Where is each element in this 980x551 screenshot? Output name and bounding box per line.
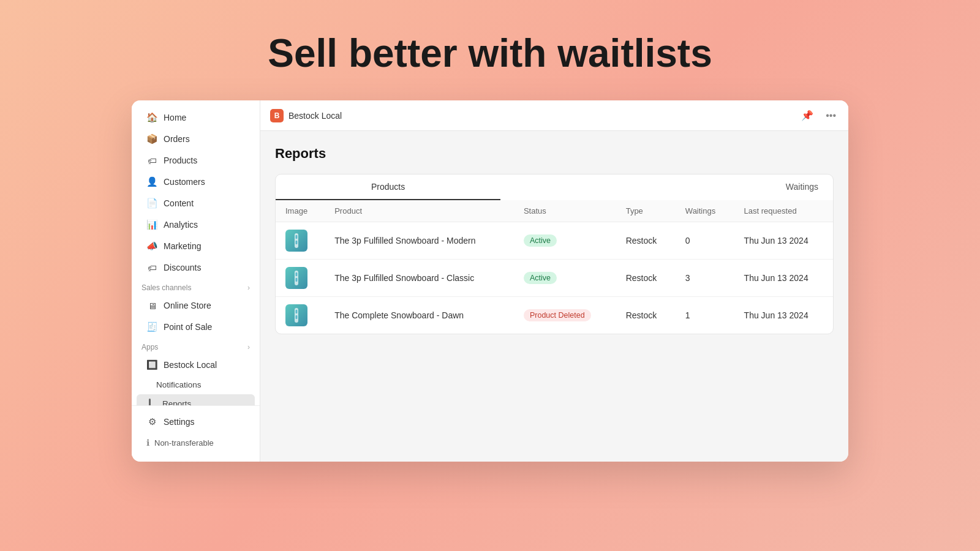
chevron-right-icon: › (247, 283, 250, 292)
home-icon: 🏠 (146, 112, 157, 123)
cell-status: Product Deleted (514, 297, 616, 334)
status-badge: Active (524, 234, 557, 247)
cell-last-requested: Thu Jun 13 2024 (734, 297, 833, 334)
svg-rect-8 (296, 315, 298, 319)
non-transferable-badge: ℹ Non-transferable (137, 433, 255, 452)
product-thumbnail (285, 267, 307, 289)
marketing-icon: 📣 (146, 241, 157, 252)
sidebar-sub-reports[interactable]: Reports (137, 394, 255, 405)
sidebar-item-content[interactable]: 📄 Content (137, 193, 255, 214)
svg-rect-5 (296, 278, 298, 282)
cell-type: Restock (616, 260, 676, 297)
hero-title: Sell better with waitlists (268, 31, 712, 76)
cell-product: The Complete Snowboard - Dawn (325, 297, 514, 334)
orders-icon: 📦 (146, 133, 157, 144)
tab-products[interactable]: Products (276, 174, 500, 200)
table-row[interactable]: The 3p Fulfilled Snowboard - ModernActiv… (276, 222, 833, 260)
topbar-left: B Bestock Local (270, 109, 342, 122)
status-badge: Active (524, 272, 557, 284)
app-window: 🏠 Home 📦 Orders 🏷 Products 👤 Customers 📄… (132, 100, 848, 462)
notifications-label: Notifications (156, 380, 202, 389)
sidebar-item-marketing[interactable]: 📣 Marketing (137, 236, 255, 257)
col-last-requested: Last requested (734, 200, 833, 222)
sidebar-item-point-of-sale[interactable]: 🧾 Point of Sale (137, 317, 255, 337)
app-logo: B (270, 109, 284, 122)
cell-status: Active (514, 222, 616, 260)
sidebar-item-label: Orders (164, 134, 190, 144)
pin-icon[interactable]: 📌 (799, 107, 816, 124)
cell-image (276, 297, 325, 334)
cell-waitings: 0 (676, 222, 734, 260)
cell-product: The 3p Fulfilled Snowboard - Classic (325, 260, 514, 297)
discounts-icon: 🏷 (146, 262, 157, 273)
cell-status: Active (514, 260, 616, 297)
page-title: Reports (275, 146, 834, 162)
svg-rect-4 (296, 272, 298, 276)
bestock-local-icon: 🔲 (146, 359, 157, 370)
analytics-icon: 📊 (146, 219, 157, 230)
sidebar-item-label: Products (164, 156, 197, 165)
cell-waitings: 3 (676, 260, 734, 297)
table-row[interactable]: The Complete Snowboard - DawnProduct Del… (276, 297, 833, 334)
col-type: Type (616, 200, 676, 222)
sales-channels-label: Sales channels (141, 283, 191, 292)
online-store-icon: 🖥 (146, 300, 157, 311)
sidebar-item-orders[interactable]: 📦 Orders (137, 129, 255, 149)
sidebar-item-home[interactable]: 🏠 Home (137, 107, 255, 128)
cell-type: Restock (616, 297, 676, 334)
app-name-label: Bestock Local (288, 111, 342, 121)
apps-label: Apps (141, 343, 158, 351)
info-icon: ℹ (146, 438, 149, 448)
more-icon[interactable]: ••• (823, 108, 839, 124)
sidebar-item-analytics[interactable]: 📊 Analytics (137, 214, 255, 235)
cell-last-requested: Thu Jun 13 2024 (734, 260, 833, 297)
sidebar-item-label: Home (164, 113, 186, 122)
apps-section: Apps › (132, 338, 260, 354)
page-body: Reports Products Waitings Image Product … (260, 131, 848, 462)
sidebar-item-discounts[interactable]: 🏷 Discounts (137, 257, 255, 278)
product-thumbnail (285, 230, 307, 252)
main-content: B Bestock Local 📌 ••• Reports Products W… (260, 100, 848, 462)
sidebar-item-customers[interactable]: 👤 Customers (137, 171, 255, 192)
customers-icon: 👤 (146, 176, 157, 187)
svg-rect-1 (296, 235, 298, 239)
table-header-row: Image Product Status Type Waitings Last … (276, 200, 833, 222)
cell-last-requested: Thu Jun 13 2024 (734, 222, 833, 260)
col-product: Product (325, 200, 514, 222)
sidebar-item-online-store[interactable]: 🖥 Online Store (137, 295, 255, 316)
sidebar-item-products[interactable]: 🏷 Products (137, 150, 255, 171)
sidebar-bottom: ⚙ Settings ℹ Non-transferable (132, 405, 260, 455)
cell-type: Restock (616, 222, 676, 260)
sidebar-item-label: Bestock Local (164, 360, 217, 370)
table-row[interactable]: The 3p Fulfilled Snowboard - ClassicActi… (276, 260, 833, 297)
sidebar-item-settings[interactable]: ⚙ Settings (137, 411, 255, 432)
sidebar-nav: 🏠 Home 📦 Orders 🏷 Products 👤 Customers 📄… (132, 100, 260, 405)
point-of-sale-icon: 🧾 (146, 321, 157, 332)
content-icon: 📄 (146, 198, 157, 209)
cell-waitings: 1 (676, 297, 734, 334)
tab-waitings[interactable]: Waitings (500, 174, 833, 200)
sidebar-sub-notifications[interactable]: Notifications (137, 376, 255, 394)
col-status: Status (514, 200, 616, 222)
col-waitings: Waitings (676, 200, 734, 222)
cell-image (276, 222, 325, 260)
sidebar-item-label: Discounts (164, 263, 201, 272)
settings-label: Settings (164, 417, 195, 427)
reports-label: Reports (162, 399, 191, 406)
sidebar-item-bestock-local[interactable]: 🔲 Bestock Local (137, 354, 255, 375)
settings-icon: ⚙ (146, 416, 157, 427)
products-icon: 🏷 (146, 155, 157, 166)
sidebar-item-label: Online Store (164, 301, 211, 310)
sidebar: 🏠 Home 📦 Orders 🏷 Products 👤 Customers 📄… (132, 100, 260, 462)
status-badge: Product Deleted (524, 309, 591, 321)
svg-rect-2 (296, 241, 298, 244)
topbar-right: 📌 ••• (799, 107, 839, 124)
table-section-header: Products Waitings (276, 174, 833, 200)
chevron-right-icon-apps: › (247, 343, 250, 351)
sidebar-item-label: Content (164, 198, 194, 208)
non-transferable-label: Non-transferable (154, 438, 214, 448)
sidebar-item-label: Customers (164, 177, 205, 187)
data-table: Image Product Status Type Waitings Last … (276, 200, 833, 334)
cell-product: The 3p Fulfilled Snowboard - Modern (325, 222, 514, 260)
cell-image (276, 260, 325, 297)
